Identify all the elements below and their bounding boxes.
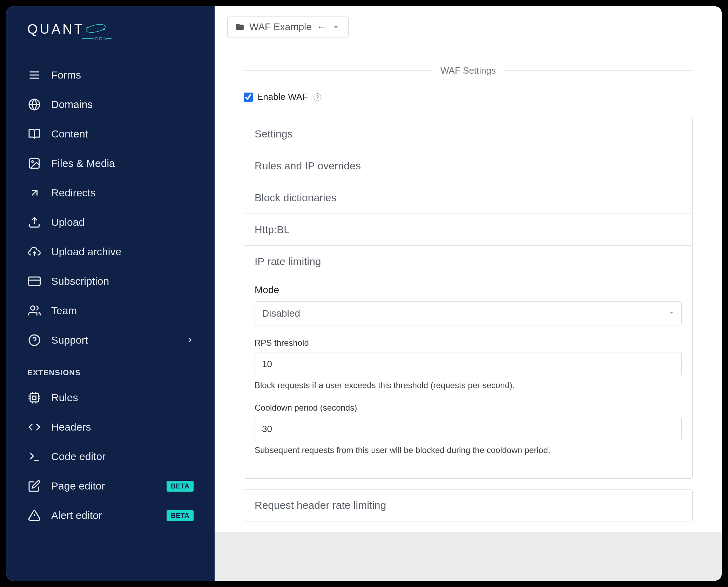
sidebar-item-alert-editor[interactable]: Alert editor BETA bbox=[6, 501, 215, 530]
svg-rect-17 bbox=[29, 277, 40, 285]
rps-input[interactable] bbox=[255, 352, 682, 376]
svg-point-13 bbox=[32, 161, 34, 163]
users-icon bbox=[27, 304, 41, 318]
cooldown-label: Cooldown period (seconds) bbox=[255, 403, 682, 413]
sidebar-item-label: Subscription bbox=[51, 275, 109, 287]
sidebar-item-upload[interactable]: Upload bbox=[6, 208, 215, 237]
sidebar-item-label: Rules bbox=[51, 392, 78, 404]
sidebar-item-label: Alert editor bbox=[51, 510, 102, 521]
sidebar-item-rules[interactable]: Rules bbox=[6, 383, 215, 412]
sidebar-item-label: Domains bbox=[51, 99, 93, 110]
book-icon bbox=[27, 127, 41, 141]
sidebar-item-label: Redirects bbox=[51, 187, 96, 199]
svg-text:CDN: CDN bbox=[95, 36, 108, 41]
sidebar-item-team[interactable]: Team bbox=[6, 296, 215, 325]
cloud-upload-icon bbox=[27, 245, 41, 259]
cpu-icon bbox=[27, 391, 41, 405]
sidebar-item-label: Page editor bbox=[51, 480, 105, 492]
sidebar-item-label: Files & Media bbox=[51, 157, 115, 169]
enable-waf-row: Enable WAF ? bbox=[244, 92, 693, 102]
accordion-item-block-dict: Block dictionaries bbox=[244, 182, 692, 214]
sidebar-section-extensions: EXTENSIONS bbox=[6, 355, 215, 383]
rps-label: RPS threshold bbox=[255, 338, 682, 348]
enable-waf-label[interactable]: Enable WAF bbox=[257, 92, 308, 102]
svg-rect-22 bbox=[30, 393, 39, 402]
sidebar-item-label: Code editor bbox=[51, 451, 106, 463]
project-selector-label: WAF Example bbox=[249, 21, 312, 33]
sidebar-item-label: Headers bbox=[51, 421, 91, 433]
sidebar-item-label: Upload bbox=[51, 216, 85, 228]
edit-icon bbox=[27, 479, 41, 493]
accordion-header[interactable]: Http:BL bbox=[244, 214, 692, 245]
nav-extensions: Rules Headers Code editor bbox=[6, 383, 215, 530]
top-bar: WAF Example ← bbox=[215, 6, 722, 48]
svg-point-1 bbox=[86, 23, 106, 34]
cooldown-group: Cooldown period (seconds) Subsequent req… bbox=[255, 403, 682, 455]
alert-triangle-icon bbox=[27, 508, 41, 522]
accordion-header[interactable]: Block dictionaries bbox=[244, 182, 692, 214]
waf-accordion: Settings Rules and IP overrides Block di… bbox=[244, 118, 693, 479]
beta-badge: BETA bbox=[167, 481, 194, 492]
mode-group: Mode Disabled bbox=[255, 284, 682, 325]
credit-card-icon bbox=[27, 274, 41, 288]
sidebar-item-support[interactable]: Support bbox=[6, 325, 215, 355]
sidebar-item-label: Content bbox=[51, 128, 88, 140]
sidebar: QUANT CDN Forms bbox=[6, 6, 215, 581]
help-icon[interactable]: ? bbox=[314, 93, 321, 101]
rps-group: RPS threshold Block requests if a user e… bbox=[255, 338, 682, 390]
request-header-rate-limiting-panel: Request header rate limiting bbox=[244, 489, 693, 521]
accordion-item-ip-rate-limiting: IP rate limiting Mode Disabled bbox=[244, 246, 692, 478]
arrow-left-icon: ← bbox=[317, 21, 326, 33]
section-legend: WAF Settings bbox=[244, 65, 693, 76]
accordion-header[interactable]: Request header rate limiting bbox=[244, 490, 692, 521]
globe-icon bbox=[27, 97, 41, 112]
image-icon bbox=[27, 156, 41, 170]
mode-select[interactable]: Disabled bbox=[255, 301, 682, 325]
accordion-item-settings: Settings bbox=[244, 118, 692, 150]
sidebar-item-label: Forms bbox=[51, 69, 81, 81]
accordion-header[interactable]: Settings bbox=[244, 118, 692, 150]
arrow-up-right-icon bbox=[27, 186, 41, 200]
sidebar-item-label: Upload archive bbox=[51, 246, 121, 258]
content-scroll[interactable]: WAF Settings Enable WAF ? Settings bbox=[215, 48, 722, 581]
sidebar-item-forms[interactable]: Forms bbox=[6, 60, 215, 90]
project-selector[interactable]: WAF Example ← bbox=[227, 16, 349, 38]
cooldown-input[interactable] bbox=[255, 417, 682, 441]
sidebar-item-subscription[interactable]: Subscription bbox=[6, 266, 215, 296]
svg-point-19 bbox=[31, 306, 35, 310]
beta-badge: BETA bbox=[167, 510, 194, 521]
svg-rect-23 bbox=[33, 396, 36, 399]
accordion-header[interactable]: Rules and IP overrides bbox=[244, 150, 692, 182]
svg-text:QUANT: QUANT bbox=[27, 22, 85, 36]
upload-icon bbox=[27, 215, 41, 229]
chevron-right-icon bbox=[187, 334, 194, 346]
sidebar-item-redirects[interactable]: Redirects bbox=[6, 178, 215, 208]
sidebar-item-files-media[interactable]: Files & Media bbox=[6, 149, 215, 178]
accordion-item-rules-ip: Rules and IP overrides bbox=[244, 150, 692, 182]
sidebar-item-domains[interactable]: Domains bbox=[6, 90, 215, 119]
mode-label: Mode bbox=[255, 284, 682, 296]
cooldown-help: Subsequent requests from this user will … bbox=[255, 445, 682, 455]
sidebar-item-label: Support bbox=[51, 334, 88, 346]
main-area: WAF Example ← WAF Settings Enable WAF bbox=[215, 6, 722, 581]
accordion-item-httpbl: Http:BL bbox=[244, 214, 692, 246]
sidebar-item-code-editor[interactable]: Code editor bbox=[6, 442, 215, 471]
sidebar-item-upload-archive[interactable]: Upload archive bbox=[6, 237, 215, 266]
folder-icon bbox=[235, 22, 244, 32]
sidebar-item-content[interactable]: Content bbox=[6, 119, 215, 149]
legend-text: WAF Settings bbox=[432, 65, 504, 76]
sidebar-item-label: Team bbox=[51, 305, 77, 317]
code-icon bbox=[27, 420, 41, 434]
accordion-header[interactable]: IP rate limiting bbox=[244, 246, 692, 277]
brand-logo[interactable]: QUANT CDN bbox=[6, 17, 215, 60]
rps-help: Block requests if a user exceeds this th… bbox=[255, 380, 682, 390]
enable-waf-checkbox[interactable] bbox=[244, 93, 253, 102]
terminal-icon bbox=[27, 450, 41, 464]
caret-down-icon bbox=[331, 22, 341, 32]
sidebar-item-page-editor[interactable]: Page editor BETA bbox=[6, 471, 215, 501]
help-circle-icon bbox=[27, 333, 41, 347]
svg-line-14 bbox=[32, 190, 37, 196]
sidebar-item-headers[interactable]: Headers bbox=[6, 412, 215, 442]
menu-icon bbox=[27, 68, 41, 82]
app-container: QUANT CDN Forms bbox=[6, 6, 722, 581]
